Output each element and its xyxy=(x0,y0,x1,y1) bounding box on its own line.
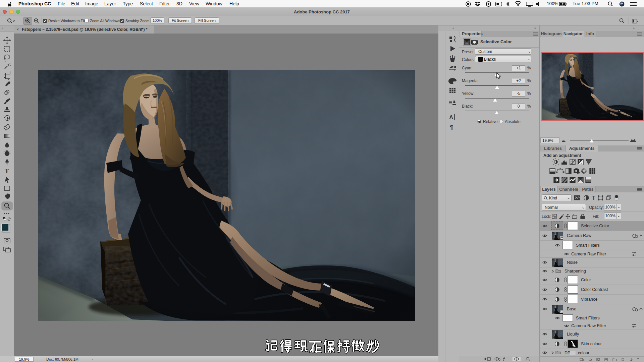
svg-text:T: T xyxy=(592,195,596,201)
svg-text:¶: ¶ xyxy=(450,124,453,131)
svg-text:T: T xyxy=(5,168,9,175)
svg-text:A: A xyxy=(449,114,453,121)
svg-text:fx: fx xyxy=(589,358,592,361)
